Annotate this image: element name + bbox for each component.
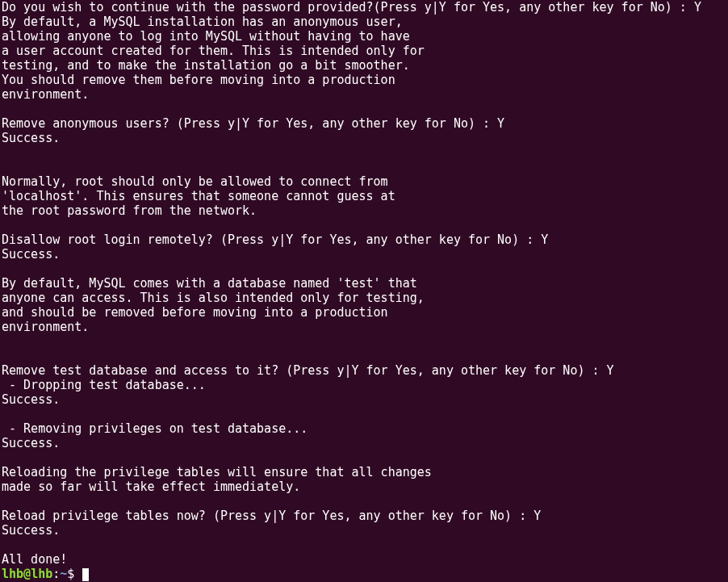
prompt-host: lhb (31, 567, 52, 581)
prompt-path: ~ (60, 567, 67, 581)
prompt-user: lhb (2, 567, 23, 581)
cursor-icon (82, 568, 89, 581)
prompt-at: @ (23, 567, 31, 581)
terminal-output: Do you wish to continue with the passwor… (2, 0, 701, 567)
shell-prompt: lhb@lhb:~$ (2, 567, 89, 581)
terminal-window[interactable]: Do you wish to continue with the passwor… (0, 0, 728, 582)
prompt-colon: : (52, 567, 60, 581)
prompt-dollar: $ (67, 567, 74, 581)
